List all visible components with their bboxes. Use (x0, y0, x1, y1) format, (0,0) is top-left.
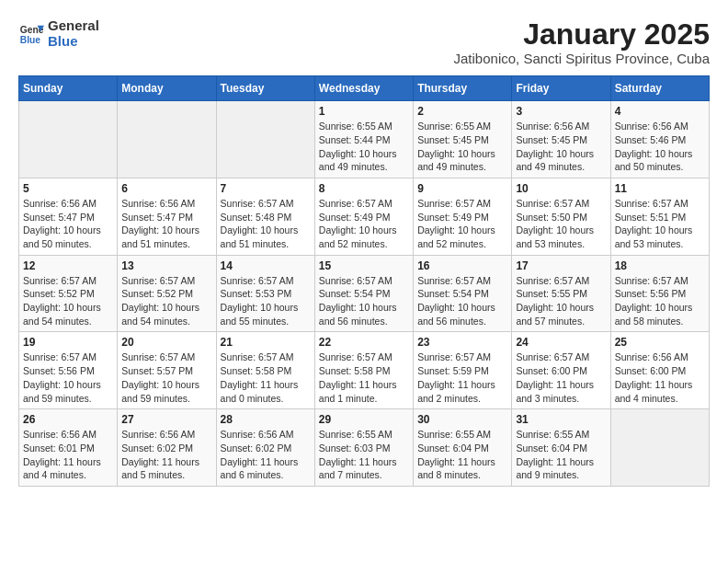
day-number: 12 (23, 259, 113, 272)
day-info: Sunrise: 6:57 AM Sunset: 5:55 PM Dayligh… (516, 274, 606, 328)
svg-text:Blue: Blue (20, 35, 41, 45)
logo-blue-text: Blue (48, 34, 99, 50)
day-info: Sunrise: 6:57 AM Sunset: 5:54 PM Dayligh… (417, 274, 507, 328)
day-number: 15 (319, 259, 409, 272)
calendar-table: SundayMondayTuesdayWednesdayThursdayFrid… (18, 75, 710, 487)
day-number: 28 (221, 413, 311, 426)
calendar-title: January 2025 (454, 18, 710, 51)
day-info: Sunrise: 6:56 AM Sunset: 6:02 PM Dayligh… (221, 428, 311, 482)
days-header-row: SundayMondayTuesdayWednesdayThursdayFrid… (19, 76, 710, 101)
calendar-cell: 7Sunrise: 6:57 AM Sunset: 5:48 PM Daylig… (216, 178, 314, 255)
day-info: Sunrise: 6:57 AM Sunset: 5:59 PM Dayligh… (417, 350, 507, 405)
calendar-cell: 23Sunrise: 6:57 AM Sunset: 5:59 PM Dayli… (414, 332, 512, 409)
calendar-cell: 26Sunrise: 6:56 AM Sunset: 6:01 PM Dayli… (19, 409, 118, 487)
calendar-cell: 15Sunrise: 6:57 AM Sunset: 5:54 PM Dayli… (314, 255, 413, 332)
day-header-wednesday: Wednesday (314, 76, 413, 101)
title-block: January 2025 Jatibonico, Sancti Spiritus… (454, 18, 710, 66)
week-row-3: 12Sunrise: 6:57 AM Sunset: 5:52 PM Dayli… (19, 255, 710, 332)
day-number: 10 (516, 182, 606, 195)
day-number: 3 (516, 105, 606, 118)
day-info: Sunrise: 6:57 AM Sunset: 5:52 PM Dayligh… (23, 274, 113, 328)
day-info: Sunrise: 6:56 AM Sunset: 6:00 PM Dayligh… (615, 350, 705, 405)
day-info: Sunrise: 6:55 AM Sunset: 6:04 PM Dayligh… (417, 428, 507, 482)
logo-icon: General Blue (18, 21, 44, 47)
day-number: 18 (615, 259, 705, 272)
week-row-5: 26Sunrise: 6:56 AM Sunset: 6:01 PM Dayli… (19, 409, 710, 487)
calendar-cell: 29Sunrise: 6:55 AM Sunset: 6:03 PM Dayli… (314, 409, 413, 487)
day-info: Sunrise: 6:57 AM Sunset: 5:49 PM Dayligh… (319, 197, 409, 251)
day-info: Sunrise: 6:55 AM Sunset: 5:44 PM Dayligh… (319, 120, 409, 174)
calendar-cell: 5Sunrise: 6:56 AM Sunset: 5:47 PM Daylig… (19, 178, 118, 255)
day-info: Sunrise: 6:57 AM Sunset: 5:56 PM Dayligh… (615, 274, 705, 328)
calendar-cell: 6Sunrise: 6:56 AM Sunset: 5:47 PM Daylig… (118, 178, 216, 255)
day-info: Sunrise: 6:57 AM Sunset: 5:48 PM Dayligh… (221, 197, 311, 251)
day-number: 27 (121, 413, 211, 426)
week-row-1: 1Sunrise: 6:55 AM Sunset: 5:44 PM Daylig… (19, 101, 710, 178)
day-info: Sunrise: 6:55 AM Sunset: 5:45 PM Dayligh… (417, 120, 507, 174)
calendar-cell: 16Sunrise: 6:57 AM Sunset: 5:54 PM Dayli… (414, 255, 512, 332)
calendar-cell: 2Sunrise: 6:55 AM Sunset: 5:45 PM Daylig… (414, 101, 512, 178)
calendar-cell: 8Sunrise: 6:57 AM Sunset: 5:49 PM Daylig… (314, 178, 413, 255)
day-number: 8 (319, 182, 409, 195)
calendar-cell (19, 101, 118, 178)
calendar-cell: 9Sunrise: 6:57 AM Sunset: 5:49 PM Daylig… (414, 178, 512, 255)
day-info: Sunrise: 6:57 AM Sunset: 5:54 PM Dayligh… (319, 274, 409, 328)
day-header-sunday: Sunday (19, 76, 118, 101)
day-info: Sunrise: 6:57 AM Sunset: 5:51 PM Dayligh… (615, 197, 705, 251)
day-header-friday: Friday (512, 76, 610, 101)
day-number: 13 (121, 259, 211, 272)
day-number: 30 (417, 413, 507, 426)
calendar-cell: 25Sunrise: 6:56 AM Sunset: 6:00 PM Dayli… (610, 332, 709, 409)
calendar-cell: 4Sunrise: 6:56 AM Sunset: 5:46 PM Daylig… (610, 101, 709, 178)
day-number: 23 (417, 336, 507, 349)
logo-general-text: General (48, 18, 99, 34)
calendar-cell: 17Sunrise: 6:57 AM Sunset: 5:55 PM Dayli… (512, 255, 610, 332)
calendar-cell: 1Sunrise: 6:55 AM Sunset: 5:44 PM Daylig… (314, 101, 413, 178)
calendar-cell: 31Sunrise: 6:55 AM Sunset: 6:04 PM Dayli… (512, 409, 610, 487)
calendar-cell: 3Sunrise: 6:56 AM Sunset: 5:45 PM Daylig… (512, 101, 610, 178)
day-info: Sunrise: 6:56 AM Sunset: 6:02 PM Dayligh… (121, 428, 211, 482)
day-header-saturday: Saturday (610, 76, 709, 101)
day-info: Sunrise: 6:57 AM Sunset: 6:00 PM Dayligh… (516, 350, 606, 405)
day-info: Sunrise: 6:57 AM Sunset: 5:52 PM Dayligh… (121, 274, 211, 328)
calendar-cell: 10Sunrise: 6:57 AM Sunset: 5:50 PM Dayli… (512, 178, 610, 255)
day-info: Sunrise: 6:57 AM Sunset: 5:58 PM Dayligh… (319, 350, 409, 405)
day-info: Sunrise: 6:56 AM Sunset: 5:45 PM Dayligh… (516, 120, 606, 174)
day-header-tuesday: Tuesday (216, 76, 314, 101)
day-number: 5 (23, 182, 113, 195)
day-info: Sunrise: 6:57 AM Sunset: 5:49 PM Dayligh… (417, 197, 507, 251)
day-number: 16 (417, 259, 507, 272)
day-number: 26 (23, 413, 113, 426)
calendar-cell: 30Sunrise: 6:55 AM Sunset: 6:04 PM Dayli… (414, 409, 512, 487)
calendar-cell: 22Sunrise: 6:57 AM Sunset: 5:58 PM Dayli… (314, 332, 413, 409)
day-number: 22 (319, 336, 409, 349)
day-number: 29 (319, 413, 409, 426)
calendar-cell: 13Sunrise: 6:57 AM Sunset: 5:52 PM Dayli… (118, 255, 216, 332)
calendar-cell (216, 101, 314, 178)
day-info: Sunrise: 6:56 AM Sunset: 5:47 PM Dayligh… (23, 197, 113, 251)
day-number: 1 (319, 105, 409, 118)
page-header: General Blue General Blue January 2025 J… (18, 18, 710, 66)
day-number: 9 (417, 182, 507, 195)
calendar-cell: 24Sunrise: 6:57 AM Sunset: 6:00 PM Dayli… (512, 332, 610, 409)
day-number: 4 (615, 105, 705, 118)
day-number: 20 (121, 336, 211, 349)
calendar-cell (610, 409, 709, 487)
day-info: Sunrise: 6:56 AM Sunset: 5:47 PM Dayligh… (121, 197, 211, 251)
day-number: 7 (221, 182, 311, 195)
day-number: 14 (221, 259, 311, 272)
day-number: 2 (417, 105, 507, 118)
logo: General Blue General Blue (18, 18, 99, 49)
calendar-cell: 28Sunrise: 6:56 AM Sunset: 6:02 PM Dayli… (216, 409, 314, 487)
calendar-cell (118, 101, 216, 178)
day-info: Sunrise: 6:56 AM Sunset: 5:46 PM Dayligh… (615, 120, 705, 174)
day-info: Sunrise: 6:57 AM Sunset: 5:53 PM Dayligh… (221, 274, 311, 328)
day-number: 24 (516, 336, 606, 349)
calendar-cell: 18Sunrise: 6:57 AM Sunset: 5:56 PM Dayli… (610, 255, 709, 332)
day-info: Sunrise: 6:55 AM Sunset: 6:03 PM Dayligh… (319, 428, 409, 482)
week-row-4: 19Sunrise: 6:57 AM Sunset: 5:56 PM Dayli… (19, 332, 710, 409)
day-info: Sunrise: 6:57 AM Sunset: 5:57 PM Dayligh… (121, 350, 211, 405)
calendar-cell: 12Sunrise: 6:57 AM Sunset: 5:52 PM Dayli… (19, 255, 118, 332)
calendar-cell: 27Sunrise: 6:56 AM Sunset: 6:02 PM Dayli… (118, 409, 216, 487)
day-number: 17 (516, 259, 606, 272)
